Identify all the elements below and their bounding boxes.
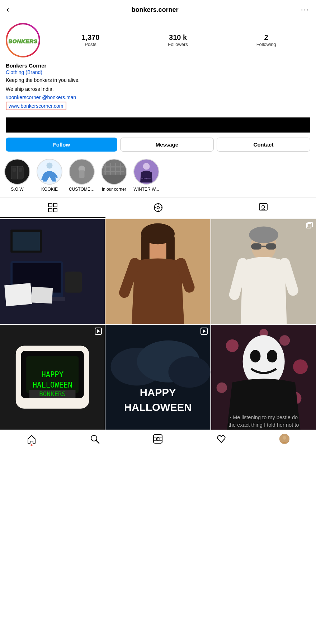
tab-reels[interactable] xyxy=(105,198,211,218)
tab-tagged[interactable] xyxy=(211,198,316,218)
highlight-customer[interactable]: CUSTOMER... xyxy=(69,159,95,192)
nav-profile-avatar xyxy=(279,434,289,444)
following-stat[interactable]: 2 Following xyxy=(256,33,276,47)
profile-username-header: bonkers.corner xyxy=(131,6,178,14)
reel-indicator-5 xyxy=(201,328,208,337)
svg-text:HAPPY: HAPPY xyxy=(140,387,176,398)
svg-point-96 xyxy=(157,438,159,439)
posts-stat[interactable]: 1,370 Posts xyxy=(81,33,99,47)
follow-button[interactable]: Follow xyxy=(6,138,117,152)
svg-text:BONKERS: BONKERS xyxy=(141,177,151,180)
highlight-circle-sow xyxy=(4,159,30,185)
svg-rect-23 xyxy=(48,203,52,207)
grid-img-3 xyxy=(211,219,316,324)
svg-rect-24 xyxy=(53,203,57,207)
bio-section: Bonkers Corner Clothing (Brand) Keeping … xyxy=(0,62,316,114)
header: ‹ bonkers.corner ··· xyxy=(0,0,316,19)
svg-point-80 xyxy=(279,335,290,346)
grid-item-5[interactable]: HAPPY HALLOWEEN xyxy=(105,325,210,430)
svg-rect-5 xyxy=(13,168,16,172)
nav-search[interactable] xyxy=(90,434,100,444)
bio-line1: Keeping the bonkers in you alive. xyxy=(6,77,310,84)
highlight-label-sow: S.O.W xyxy=(11,187,23,192)
avatar-ring: BONKERS xyxy=(6,23,40,57)
highlight-kookie[interactable]: KOOKIE xyxy=(37,159,62,192)
svg-text:HALLOWEEN: HALLOWEEN xyxy=(124,402,192,413)
grid-item-6[interactable]: - Me listening to my bestie do the exact… xyxy=(211,325,316,430)
svg-rect-40 xyxy=(31,287,53,304)
grid-item-3[interactable] xyxy=(211,219,316,324)
multi-post-icon xyxy=(306,222,313,231)
svg-point-72 xyxy=(169,356,211,388)
svg-point-8 xyxy=(47,163,53,169)
grid-item-4[interactable]: HAPPY HALLOWEEN BONKERS xyxy=(0,325,105,430)
profile-category[interactable]: Clothing (Brand) xyxy=(6,69,310,75)
following-count: 2 xyxy=(264,33,268,42)
svg-point-21 xyxy=(143,163,150,170)
home-notification-dot xyxy=(31,444,33,446)
nav-home[interactable] xyxy=(27,434,37,444)
svg-rect-55 xyxy=(266,243,276,250)
nav-profile[interactable] xyxy=(279,434,289,444)
svg-rect-42 xyxy=(13,232,40,251)
highlights-row: S.O.W KOOKIE CUSTOMER... xyxy=(0,159,316,192)
back-button[interactable]: ‹ xyxy=(6,5,9,14)
svg-rect-13 xyxy=(102,175,126,184)
carousel-icon xyxy=(306,222,313,229)
highlight-label-kookie: KOOKIE xyxy=(41,187,58,192)
more-options-button[interactable]: ··· xyxy=(301,5,310,14)
profile-top: BONKERS 1,370 Posts 310 k Followers 2 Fo… xyxy=(6,23,310,57)
svg-rect-25 xyxy=(48,208,52,212)
grid-item-2[interactable] xyxy=(105,219,210,324)
svg-point-28 xyxy=(157,207,159,209)
nav-heart[interactable] xyxy=(216,434,226,444)
avatar-wrapper[interactable]: BONKERS xyxy=(6,23,40,57)
action-buttons: Follow Message Contact xyxy=(0,138,316,152)
svg-point-81 xyxy=(293,360,308,374)
profile-section: BONKERS 1,370 Posts 310 k Followers 2 Fo… xyxy=(0,19,316,57)
svg-rect-44 xyxy=(65,272,82,292)
tab-grid[interactable] xyxy=(0,198,105,218)
grid-icon xyxy=(48,203,57,212)
svg-line-91 xyxy=(96,440,99,443)
svg-rect-58 xyxy=(308,222,312,227)
followers-count: 310 k xyxy=(169,33,187,42)
heart-icon xyxy=(216,434,226,444)
bio-tags[interactable]: #bonkerscorner @bonkers.man xyxy=(6,94,310,100)
following-label: Following xyxy=(256,42,276,47)
message-button[interactable]: Message xyxy=(120,138,214,152)
search-icon xyxy=(90,434,100,444)
grid-img-6: - Me listening to my bestie do the exact… xyxy=(211,325,316,430)
contact-button[interactable]: Contact xyxy=(217,138,310,152)
content-tabs xyxy=(0,198,316,218)
highlight-sow[interactable]: S.O.W xyxy=(4,159,30,192)
svg-text:- Me listening to my bestie do: - Me listening to my bestie do xyxy=(230,414,298,420)
home-icon xyxy=(27,434,37,444)
highlight-img-sow xyxy=(5,159,29,185)
highlight-img-customer xyxy=(70,159,94,185)
posts-label: Posts xyxy=(85,42,96,47)
svg-text:HALLOWEEN: HALLOWEEN xyxy=(33,381,72,390)
grid-item-1[interactable] xyxy=(0,219,105,324)
highlight-img-kookie xyxy=(37,159,62,185)
svg-point-87 xyxy=(267,350,277,363)
svg-text:BONKERS: BONKERS xyxy=(39,390,66,398)
reel-play-icon-2 xyxy=(201,328,208,335)
svg-rect-11 xyxy=(79,170,84,178)
followers-stat[interactable]: 310 k Followers xyxy=(168,33,188,47)
highlight-winter[interactable]: BONKERS WINTER W... xyxy=(133,159,159,192)
svg-rect-39 xyxy=(4,283,32,306)
profile-stats: 1,370 Posts 310 k Followers 2 Following xyxy=(47,33,310,47)
svg-rect-54 xyxy=(251,243,261,250)
highlight-circle-customer xyxy=(69,159,95,185)
nav-reels[interactable] xyxy=(153,434,163,444)
svg-point-34 xyxy=(262,205,265,208)
svg-point-98 xyxy=(283,436,286,440)
highlight-corner[interactable]: in our corner xyxy=(101,159,127,192)
svg-rect-6 xyxy=(19,168,22,172)
svg-point-82 xyxy=(216,383,227,393)
grid-img-1 xyxy=(0,219,105,324)
svg-rect-57 xyxy=(306,223,311,228)
bio-link[interactable]: www.bonkerscorner.com xyxy=(6,102,66,110)
highlight-circle-winter: BONKERS xyxy=(133,159,159,185)
